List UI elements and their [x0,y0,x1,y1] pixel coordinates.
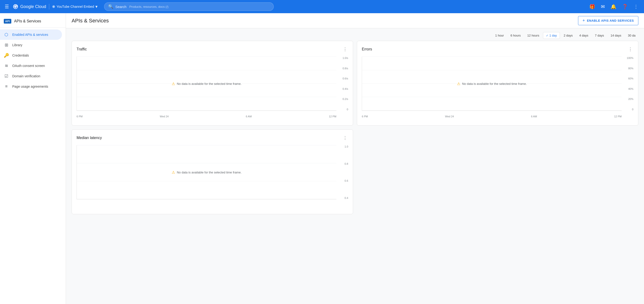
help-icon[interactable]: ❓ [620,2,630,11]
latency-no-data-text: No data is available for the selected ti… [177,170,242,174]
x-label: 12 PM [614,115,622,118]
y-label: 0.6/s [342,77,348,80]
sidebar-title: APIs & Services [14,19,41,23]
page-header: APIs & Services + ENABLE APIS AND SERVIC… [66,13,644,28]
domain-icon: ☑ [4,74,9,79]
search-hint: Products, resources, docs (/) [129,5,168,9]
search-label: Search [115,5,126,9]
y-label: 0.2/s [342,98,348,100]
gridline [77,181,336,181]
y-label: 100% [627,57,634,59]
warning-icon: ⚠ [457,81,460,86]
y-label: 0.4 [344,197,348,199]
time-14days[interactable]: 14 days [608,32,624,39]
errors-chart-plot: ⚠ No data is available for the selected … [362,57,622,111]
more-options-icon[interactable]: ⋮ [632,2,640,11]
x-label: 6 AM [246,115,252,118]
errors-x-labels: 6 PM Wed 24 6 AM 12 PM [362,115,622,118]
sidebar-item-page-usage[interactable]: ≡ Page usage agreements [0,81,62,91]
plus-icon: + [582,18,585,23]
y-label: 0.8 [344,162,348,165]
gridline [77,97,336,97]
sidebar-item-domain[interactable]: ☑ Domain verification [0,71,62,81]
nav-divider [49,4,49,10]
errors-no-data-text: No data is available for the selected ti… [462,82,527,85]
traffic-chart-menu[interactable]: ⋮ [342,46,348,53]
errors-chart-title: Errors [362,47,627,51]
traffic-x-labels: 6 PM Wed 24 6 AM 12 PM [76,115,336,118]
chart-header: Errors ⋮ [362,46,634,53]
gridline [77,70,336,70]
latency-chart-card: Median latency ⋮ ⚠ No data is avai [72,129,353,214]
sidebar-item-library[interactable]: ⊞ Library [0,40,62,50]
y-label: 0.6 [344,179,348,182]
chart-header: Traffic ⋮ [76,46,348,53]
latency-chart-plot: ⚠ No data is available for the selected … [76,145,336,199]
gift-icon[interactable]: 🎁 [588,2,597,11]
gridline [362,97,622,97]
time-6hours[interactable]: 6 hours [508,32,524,39]
errors-y-labels: 100% 80% 60% 40% 20% 0 [627,57,634,111]
y-label: 0 [342,108,348,111]
time-30days[interactable]: 30 da [625,32,638,39]
time-7days[interactable]: 7 days [592,32,607,39]
time-2days[interactable]: 2 days [561,32,576,39]
google-cloud-logo[interactable]: Google Cloud [13,4,46,10]
gridline [362,57,622,57]
time-4days[interactable]: 4 days [576,32,591,39]
traffic-chart-card: Traffic ⋮ ⚠ No data [72,41,353,126]
gridline [77,199,336,199]
sidebar: API APIs & Services ⬡ Enabled APIs & ser… [0,13,66,304]
chevron-down-icon: ▾ [96,4,98,9]
x-label: 6 PM [362,115,368,118]
enable-apis-button[interactable]: + ENABLE APIS AND SERVICES [578,16,638,25]
time-range-bar: 1 hour 6 hours 12 hours 1 day 2 days 4 d… [66,28,644,41]
google-cloud-logo-icon [13,4,18,10]
oauth-icon: ≋ [4,63,9,68]
notifications-icon[interactable]: 🔔 [609,2,618,11]
gridline [362,110,622,111]
gridline [77,163,336,163]
errors-chart-menu[interactable]: ⋮ [627,46,634,53]
x-label: 6 AM [531,115,537,118]
google-cloud-text: Google Cloud [20,4,46,9]
search-bar[interactable]: 🔍 Search Products, resources, docs (/) [104,2,274,11]
gridline [77,145,336,145]
y-label: 0.8/s [342,67,348,70]
latency-chart-title: Median latency [76,136,342,140]
time-1hour[interactable]: 1 hour [492,32,507,39]
time-12hours[interactable]: 12 hours [524,32,542,39]
y-label: 40% [627,87,634,90]
sidebar-item-label: Credentials [12,54,29,57]
chart-header: Median latency ⋮ [76,134,348,141]
y-label: 0.4/s [342,87,348,90]
errors-no-data: ⚠ No data is available for the selected … [457,81,527,86]
menu-icon[interactable]: ☰ [4,3,10,10]
warning-icon: ⚠ [172,81,175,86]
latency-no-data: ⚠ No data is available for the selected … [172,170,242,174]
gridline [77,110,336,111]
errors-chart-card: Errors ⋮ ⚠ No data [357,41,638,126]
traffic-no-data: ⚠ No data is available for the selected … [172,81,242,86]
sidebar-item-label: Page usage agreements [12,85,48,88]
sidebar-header: API APIs & Services [0,15,66,28]
enabled-apis-icon: ⬡ [4,32,9,37]
sidebar-item-oauth[interactable]: ≋ OAuth consent screen [0,61,62,71]
library-icon: ⊞ [4,43,9,48]
x-label: Wed 24 [160,115,169,118]
email-icon[interactable]: ✉ [599,2,607,11]
sidebar-item-credentials[interactable]: 🔑 Credentials [0,50,62,61]
sidebar-item-enabled-apis[interactable]: ⬡ Enabled APIs & services [0,30,62,40]
x-label: 12 PM [329,115,336,118]
latency-chart-menu[interactable]: ⋮ [342,134,348,141]
sidebar-item-label: Library [12,43,22,47]
api-badge: API [4,19,11,24]
page-title: APIs & Services [72,18,574,24]
project-selector[interactable]: ❋ YouTube Channel Embed ▾ [52,4,98,9]
traffic-chart-area: ⚠ No data is available for the selected … [76,57,348,118]
project-name: YouTube Channel Embed [56,5,94,9]
y-label: 20% [627,98,634,100]
time-1day[interactable]: 1 day [543,32,560,39]
top-navigation: ☰ Google Cloud ❋ YouTube Channel Embed ▾… [0,0,644,13]
sidebar-item-label: Enabled APIs & services [12,33,48,37]
